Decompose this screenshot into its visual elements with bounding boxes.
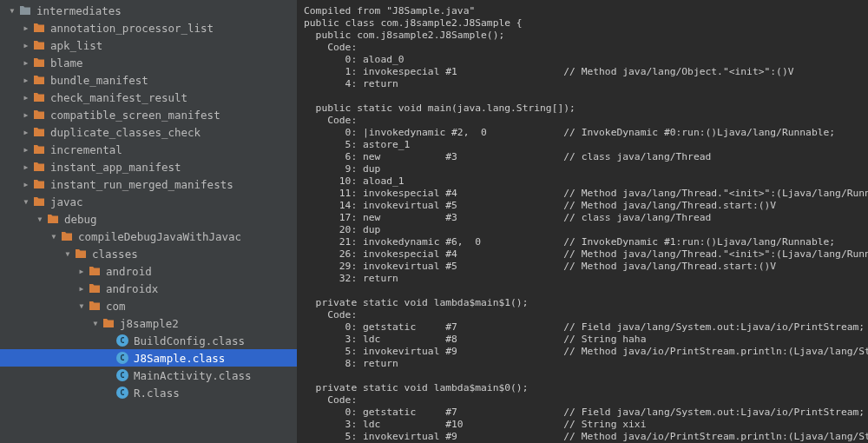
folder-icon [89, 266, 101, 276]
tree-item-label: compileDebugJavaWithJavac [78, 230, 241, 243]
folder-icon [33, 92, 45, 102]
folder-icon [33, 109, 45, 120]
chevron-down-icon[interactable]: ▼ [90, 318, 101, 328]
tree-item-label: BuildConfig.class [134, 334, 245, 347]
tree-item-label: debug [64, 213, 97, 226]
folder-icon [33, 196, 45, 207]
folder-icon [19, 5, 31, 16]
folder-icon [47, 214, 59, 224]
file-j8sample[interactable]: ▶CJ8Sample.class [0, 349, 297, 367]
chevron-down-icon[interactable]: ▼ [62, 248, 73, 259]
tree-item-label: classes [92, 248, 138, 261]
tree-item-label: intermediates [36, 4, 122, 17]
folder-classes[interactable]: ▼classes [0, 245, 297, 262]
tree-item-label: compatible_screen_manifest [50, 109, 220, 122]
chevron-right-icon[interactable]: ▶ [21, 109, 31, 120]
chevron-right-icon[interactable]: ▶ [21, 75, 31, 85]
tree-item-label: apk_list [50, 39, 102, 52]
folder-icon [33, 75, 45, 85]
folder-android[interactable]: ▶android [0, 262, 297, 280]
folder-icon [33, 40, 45, 50]
folder-debug[interactable]: ▼debug [0, 210, 297, 228]
class-icon: C [116, 334, 128, 347]
folder-incremental[interactable]: ▶incremental [0, 141, 297, 158]
folder-icon [89, 301, 101, 311]
folder-icon [33, 57, 45, 68]
chevron-right-icon[interactable]: ▶ [76, 283, 87, 294]
class-icon: C [116, 352, 128, 364]
chevron-down-icon[interactable]: ▼ [7, 5, 17, 16]
chevron-right-icon[interactable]: ▶ [76, 266, 87, 276]
folder-icon [89, 283, 101, 294]
folder-duplicate-classes-check[interactable]: ▶duplicate_classes_check [0, 123, 297, 141]
folder-icon [33, 127, 45, 137]
folder-instant-app-manifest[interactable]: ▶instant_app_manifest [0, 158, 297, 175]
tree-item-label: androidx [106, 282, 158, 295]
folder-icon [75, 248, 87, 259]
chevron-down-icon[interactable]: ▼ [35, 214, 45, 224]
folder-com[interactable]: ▼com [0, 297, 297, 314]
tree-item-label: com [106, 300, 126, 313]
tree-item-label: duplicate_classes_check [50, 126, 201, 139]
chevron-down-icon[interactable]: ▼ [21, 196, 31, 207]
folder-annotation-processor-list[interactable]: ▶annotation_processor_list [0, 19, 297, 36]
code-editor[interactable]: Compiled from "J8Sample.java" public cla… [297, 0, 868, 443]
tree-item-label: annotation_processor_list [50, 22, 214, 35]
folder-icon [33, 144, 45, 155]
folder-icon [33, 179, 45, 189]
tree-item-label: check_manifest_result [50, 91, 187, 104]
file-mainactivity[interactable]: ▶CMainActivity.class [0, 367, 297, 384]
chevron-right-icon[interactable]: ▶ [21, 40, 31, 50]
folder-icon [61, 231, 73, 241]
project-tree[interactable]: ▼intermediates▶annotation_processor_list… [0, 0, 297, 443]
class-icon: C [116, 387, 128, 399]
chevron-right-icon[interactable]: ▶ [21, 92, 31, 102]
tree-item-label: blame [50, 56, 83, 69]
chevron-down-icon[interactable]: ▼ [49, 231, 59, 241]
tree-item-label: MainActivity.class [134, 369, 251, 382]
folder-icon [33, 162, 45, 172]
tree-item-label: R.class [134, 387, 180, 400]
chevron-right-icon[interactable]: ▶ [21, 162, 31, 172]
folder-apk-list[interactable]: ▶apk_list [0, 36, 297, 54]
folder-bundle-manifest[interactable]: ▶bundle_manifest [0, 71, 297, 89]
file-buildconfig[interactable]: ▶CBuildConfig.class [0, 332, 297, 349]
folder-instant-run-merged-manifests[interactable]: ▶instant_run_merged_manifests [0, 175, 297, 193]
tree-item-label: incremental [50, 143, 122, 156]
folder-compatible-screen-manifest[interactable]: ▶compatible_screen_manifest [0, 106, 297, 123]
chevron-right-icon[interactable]: ▶ [21, 144, 31, 155]
tree-item-label: instant_app_manifest [50, 161, 181, 174]
folder-compile-debug-java[interactable]: ▼compileDebugJavaWithJavac [0, 228, 297, 245]
chevron-right-icon[interactable]: ▶ [21, 57, 31, 68]
tree-item-label: android [106, 265, 152, 278]
tree-item-label: instant_run_merged_manifests [50, 178, 233, 191]
chevron-right-icon[interactable]: ▶ [21, 179, 31, 189]
tree-item-label: j8sample2 [120, 317, 179, 330]
folder-androidx[interactable]: ▶androidx [0, 280, 297, 297]
file-r[interactable]: ▶CR.class [0, 384, 297, 401]
folder-javac[interactable]: ▼javac [0, 193, 297, 210]
tree-item-label: javac [50, 195, 83, 208]
folder-intermediates[interactable]: ▼intermediates [0, 2, 297, 19]
chevron-down-icon[interactable]: ▼ [76, 301, 87, 311]
chevron-right-icon[interactable]: ▶ [21, 23, 31, 33]
folder-blame[interactable]: ▶blame [0, 54, 297, 71]
chevron-right-icon[interactable]: ▶ [21, 127, 31, 137]
folder-j8sample2[interactable]: ▼j8sample2 [0, 314, 297, 332]
tree-item-label: bundle_manifest [50, 74, 148, 87]
folder-check-manifest-result[interactable]: ▶check_manifest_result [0, 89, 297, 106]
folder-icon [33, 23, 45, 33]
folder-icon [102, 318, 115, 328]
class-icon: C [116, 369, 128, 381]
tree-item-label: J8Sample.class [134, 352, 225, 365]
